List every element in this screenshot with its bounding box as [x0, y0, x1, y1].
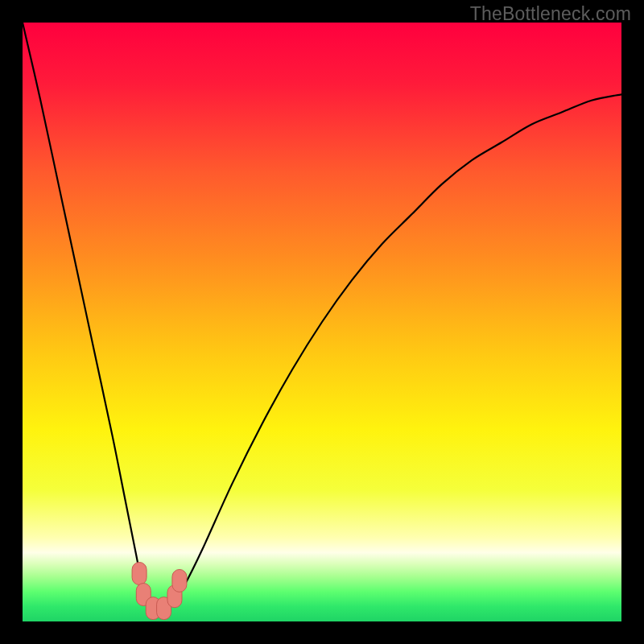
curve-layer — [23, 23, 621, 621]
watermark-text: TheBottleneck.com — [470, 3, 631, 25]
outer-frame: TheBottleneck.com — [0, 0, 644, 644]
plot-area — [23, 23, 621, 621]
marker-left-upper — [132, 562, 147, 584]
bottleneck-curve — [23, 23, 621, 610]
markers-group — [132, 562, 187, 619]
marker-right-upper — [172, 569, 187, 592]
